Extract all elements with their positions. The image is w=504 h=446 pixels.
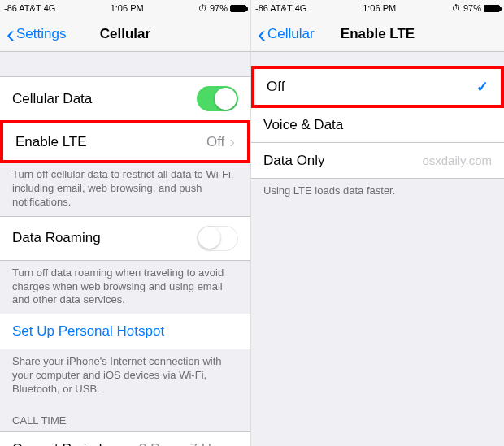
alarm-icon: ⏱ <box>198 3 207 13</box>
screen-enable-lte: -86 AT&T 4G 1:06 PM ⏱ 97% Cellular Enabl… <box>251 0 504 446</box>
battery-icon <box>230 5 246 12</box>
back-button-cellular[interactable]: Cellular <box>258 26 315 42</box>
alarm-icon: ⏱ <box>452 3 461 13</box>
page-title: Cellular <box>100 26 150 42</box>
status-time: 1:06 PM <box>111 3 144 13</box>
off-label: Off <box>267 79 476 95</box>
screen-cellular: -86 AT&T 4G 1:06 PM ⏱ 97% Settings Cellu… <box>0 0 251 446</box>
enable-lte-value: Off <box>206 134 224 150</box>
enable-lte-label: Enable LTE <box>15 134 206 150</box>
row-enable-lte[interactable]: Enable LTE Off › <box>3 123 247 160</box>
data-roaming-toggle[interactable] <box>197 226 238 251</box>
option-voice-data[interactable]: Voice & Data <box>251 107 504 143</box>
voice-data-label: Voice & Data <box>263 117 492 133</box>
carrier-signal: -86 AT&T <box>255 3 293 13</box>
status-bar: -86 AT&T 4G 1:06 PM ⏱ 97% <box>0 0 250 16</box>
highlight-off-option: Off ✓ <box>251 66 504 108</box>
lte-footer: Using LTE loads data faster. <box>251 179 504 205</box>
page-title: Enable LTE <box>341 26 415 42</box>
cellular-data-label: Cellular Data <box>12 91 197 107</box>
option-data-only[interactable]: Data Only osxdaily.com <box>251 143 504 179</box>
network-type: 4G <box>295 3 307 13</box>
hotspot-note: Share your iPhone's Internet connection … <box>0 349 250 403</box>
battery-percent: 97% <box>210 3 228 13</box>
row-cellular-data[interactable]: Cellular Data <box>0 76 250 121</box>
battery-icon <box>484 5 500 12</box>
option-off[interactable]: Off ✓ <box>254 69 501 105</box>
cellular-data-toggle[interactable] <box>197 86 238 111</box>
current-period-label: Current Period <box>12 441 139 446</box>
row-current-period[interactable]: Current Period 3 Days, 7 Hours <box>0 431 250 446</box>
row-personal-hotspot[interactable]: Set Up Personal Hotspot <box>0 314 250 349</box>
status-bar: -86 AT&T 4G 1:06 PM ⏱ 97% <box>251 0 504 16</box>
row-data-roaming[interactable]: Data Roaming <box>0 216 250 261</box>
data-roaming-label: Data Roaming <box>12 230 197 246</box>
cellular-data-note: Turn off cellular data to restrict all d… <box>0 162 250 216</box>
call-time-header: CALL TIME <box>0 403 250 431</box>
network-type: 4G <box>44 3 56 13</box>
current-period-value: 3 Days, 7 Hours <box>139 441 238 446</box>
carrier-signal: -86 AT&T <box>4 3 41 13</box>
personal-hotspot-label: Set Up Personal Hotspot <box>12 323 238 340</box>
watermark: osxdaily.com <box>422 154 492 167</box>
highlight-enable-lte: Enable LTE Off › <box>0 120 250 163</box>
back-button-settings[interactable]: Settings <box>7 26 66 42</box>
data-only-label: Data Only <box>263 153 422 169</box>
nav-bar: Cellular Enable LTE <box>251 16 504 52</box>
battery-percent: 97% <box>463 3 481 13</box>
nav-bar: Settings Cellular <box>0 16 250 52</box>
status-time: 1:06 PM <box>363 3 396 13</box>
checkmark-icon: ✓ <box>476 78 489 96</box>
chevron-right-icon: › <box>229 132 235 151</box>
data-roaming-note: Turn off data roaming when traveling to … <box>0 261 250 314</box>
